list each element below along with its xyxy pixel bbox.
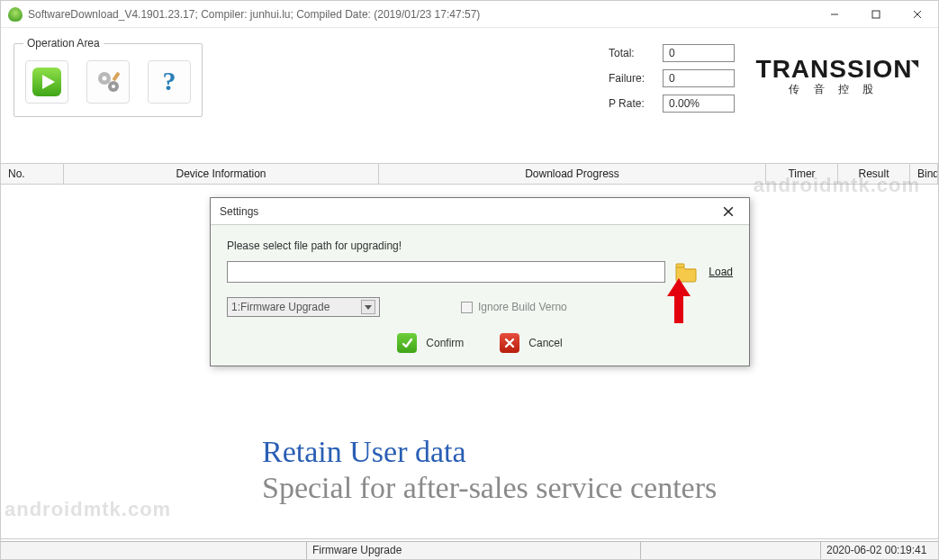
ignore-build-verno-label: Ignore Build Verno xyxy=(478,301,567,313)
close-button[interactable] xyxy=(897,1,938,28)
operation-area-legend: Operation Area xyxy=(23,37,104,50)
checkbox-icon xyxy=(461,302,473,313)
status-bar: Firmware Upgrade 2020-06-02 00:19:41 xyxy=(1,541,938,559)
col-no[interactable]: No. xyxy=(1,164,64,185)
svg-rect-1 xyxy=(872,11,880,18)
cancel-button[interactable]: Cancel xyxy=(500,333,562,353)
stats-panel: Total: 0 Failure: 0 P Rate: 0.00% xyxy=(609,44,735,113)
folder-icon xyxy=(674,261,700,283)
col-result[interactable]: Result xyxy=(838,164,910,185)
watermark: androidmtk.com xyxy=(5,498,171,521)
confirm-label: Confirm xyxy=(426,337,464,349)
ignore-build-verno-checkbox[interactable]: Ignore Build Verno xyxy=(461,301,567,313)
mode-combo[interactable]: 1:Firmware Upgrade xyxy=(227,297,380,317)
table-header: No. Device Information Download Progress… xyxy=(1,164,938,185)
file-path-input[interactable] xyxy=(227,261,665,283)
prate-value: 0.00% xyxy=(663,95,735,113)
start-button[interactable] xyxy=(25,60,68,104)
svg-rect-14 xyxy=(676,264,684,267)
operation-area-group: Operation Area xyxy=(14,37,203,117)
failure-label: Failure: xyxy=(609,72,663,85)
brand-logo: TRANSSION 传 音 控 股 xyxy=(746,55,922,97)
brand-sub: 传 音 控 股 xyxy=(746,82,922,97)
cancel-label: Cancel xyxy=(528,337,562,349)
settings-dialog: Settings Please select file path for upg… xyxy=(210,197,750,366)
dialog-title: Settings xyxy=(220,205,258,218)
load-button[interactable]: Load xyxy=(709,266,733,278)
svg-rect-10 xyxy=(112,72,120,81)
confirm-button[interactable]: Confirm xyxy=(397,333,464,353)
dialog-message: Please select file path for upgrading! xyxy=(227,239,733,252)
col-device[interactable]: Device Information xyxy=(64,164,379,185)
app-icon xyxy=(8,7,23,22)
maximize-button[interactable] xyxy=(855,1,897,28)
top-panel: Operation Area xyxy=(1,28,938,163)
check-icon xyxy=(397,333,417,353)
window-title: SoftwareDownload_V4.1901.23.17; Compiler… xyxy=(28,8,814,21)
browse-button[interactable] xyxy=(674,261,700,283)
help-button[interactable]: ? xyxy=(148,60,191,104)
prate-label: P Rate: xyxy=(609,97,663,110)
banner-aftersales: Special for after-sales service centers xyxy=(262,471,717,505)
dialog-close-button[interactable] xyxy=(717,200,740,223)
svg-point-9 xyxy=(112,85,115,88)
separator xyxy=(1,538,938,539)
question-icon: ? xyxy=(154,67,185,97)
col-progress[interactable]: Download Progress xyxy=(379,164,766,185)
brand-main: TRANSSION xyxy=(756,55,913,84)
status-mode: Firmware Upgrade xyxy=(307,542,641,559)
total-label: Total: xyxy=(609,47,663,59)
svg-marker-15 xyxy=(365,305,372,310)
window-titlebar: SoftwareDownload_V4.1901.23.17; Compiler… xyxy=(1,1,938,28)
mode-selected: 1:Firmware Upgrade xyxy=(231,301,330,313)
svg-text:?: ? xyxy=(163,67,176,95)
status-cell-3 xyxy=(641,542,821,559)
minimize-button[interactable] xyxy=(814,1,855,28)
status-datetime: 2020-06-02 00:19:41 xyxy=(821,542,938,559)
svg-point-7 xyxy=(103,77,107,81)
banner-retain: Retain User data xyxy=(262,435,466,469)
x-icon xyxy=(500,333,519,353)
settings-button[interactable] xyxy=(86,60,130,104)
col-binded[interactable]: Binded xyxy=(910,164,938,185)
gears-icon xyxy=(93,67,123,97)
col-timer[interactable]: Timer xyxy=(766,164,838,185)
close-icon xyxy=(723,206,734,217)
chevron-down-icon xyxy=(361,300,375,314)
failure-value: 0 xyxy=(663,69,735,87)
status-cell-1 xyxy=(1,542,307,559)
dialog-titlebar: Settings xyxy=(211,198,749,225)
total-value: 0 xyxy=(663,44,735,62)
play-icon xyxy=(32,67,62,97)
